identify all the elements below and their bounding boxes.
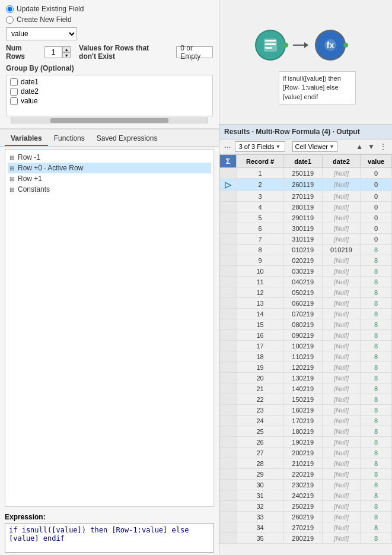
null-value: [Null]	[334, 449, 349, 456]
spinner-up[interactable]: ▲	[62, 46, 71, 52]
table-row[interactable]: 32250219[Null]8	[220, 501, 392, 512]
nav-up-icon[interactable]: ▲	[354, 142, 365, 151]
group-by-date1-label: date1	[21, 78, 39, 86]
table-row[interactable]: 34270219[Null]8	[220, 522, 392, 533]
num-rows-input[interactable]	[44, 46, 62, 58]
update-existing-row: Update Existing Field	[6, 5, 213, 13]
group-by-value-checkbox[interactable]	[10, 97, 18, 105]
table-row[interactable]: 21140219[Null]8	[220, 383, 392, 394]
table-row[interactable]: 6300119[Null]0	[220, 223, 392, 234]
date1-cell: 110219	[283, 351, 322, 362]
fields-caret-icon: ▼	[276, 144, 281, 150]
table-row[interactable]: 29220219[Null]8	[220, 469, 392, 480]
data-table-wrap[interactable]: Σ Record # date1 date2 value 1250119[Nul…	[219, 154, 392, 555]
row-selector-cell	[220, 480, 237, 490]
table-row[interactable]: 80102190102198	[220, 245, 392, 255]
table-row[interactable]: 31240219[Null]8	[220, 490, 392, 501]
table-row[interactable]: 35280219[Null]8	[220, 533, 392, 544]
date1-cell: 310119	[283, 234, 322, 245]
blue-node[interactable]: fx	[315, 30, 346, 61]
horizontal-scrollbar[interactable]	[11, 118, 208, 123]
table-row[interactable]: 30230219[Null]8	[220, 480, 392, 490]
tab-variables[interactable]: Variables	[5, 132, 48, 146]
cell-viewer-select[interactable]: Cell Viewer ▼	[292, 141, 337, 152]
group-by-date1-checkbox[interactable]	[10, 78, 18, 86]
date2-cell: [Null]	[322, 512, 361, 522]
expression-box[interactable]: if isnull([value]) then [Row-1:value] el…	[5, 523, 214, 553]
table-row[interactable]: 28210219[Null]8	[220, 458, 392, 469]
table-row[interactable]: 5290119[Null]0	[220, 213, 392, 223]
value-cell: 8	[361, 330, 392, 341]
table-row[interactable]: 1250119[Null]0	[220, 168, 392, 179]
update-existing-radio[interactable]	[6, 5, 14, 13]
fields-badge[interactable]: 3 of 3 Fields ▼	[235, 141, 285, 152]
value-cell: 8	[361, 426, 392, 437]
null-value: [Null]	[334, 524, 349, 531]
col-value: value	[361, 155, 392, 168]
date2-cell: [Null]	[322, 522, 361, 533]
table-row[interactable]: 9020219[Null]8	[220, 255, 392, 266]
table-row[interactable]: 15080219[Null]8	[220, 319, 392, 330]
teal-node-wrap	[255, 30, 286, 61]
date2-cell: [Null]	[322, 405, 361, 416]
table-row[interactable]: 20130219[Null]8	[220, 373, 392, 383]
tree-row-minus1[interactable]: ⊞ Row -1	[8, 152, 211, 163]
table-row[interactable]: 13060219[Null]8	[220, 298, 392, 309]
record-cell: 5	[237, 213, 283, 223]
row-selector-cell: ▷	[220, 179, 237, 191]
table-row[interactable]: 12050219[Null]8	[220, 287, 392, 298]
table-row[interactable]: 26190219[Null]8	[220, 437, 392, 448]
date2-cell: [Null]	[322, 330, 361, 341]
date2-cell: [Null]	[322, 168, 361, 179]
table-row[interactable]: 25180219[Null]8	[220, 426, 392, 437]
table-row[interactable]: 14070219[Null]8	[220, 309, 392, 319]
table-row[interactable]: 19120219[Null]8	[220, 362, 392, 373]
table-row[interactable]: ▷2260119[Null]0	[220, 179, 392, 191]
table-row[interactable]: 18110219[Null]8	[220, 351, 392, 362]
results-header: Results · Multi-Row Formula (4) · Output	[219, 125, 392, 139]
date1-cell: 180219	[283, 426, 322, 437]
record-cell: 2	[237, 179, 283, 191]
date2-cell: [Null]	[322, 341, 361, 351]
null-value: [Null]	[334, 214, 349, 221]
row-selector-cell	[220, 448, 237, 458]
more-options-icon[interactable]: ···	[223, 142, 232, 151]
table-row[interactable]: 4280119[Null]0	[220, 202, 392, 213]
date1-cell: 240219	[283, 490, 322, 501]
table-row[interactable]: 11040219[Null]8	[220, 277, 392, 287]
value-cell: 8	[361, 394, 392, 405]
table-row[interactable]: 7310119[Null]0	[220, 234, 392, 245]
table-row[interactable]: 33260219[Null]8	[220, 512, 392, 522]
field-dropdown-row: value date1 date2	[6, 27, 213, 40]
row-selector-cell	[220, 501, 237, 512]
row-selector-cell	[220, 469, 237, 480]
table-row[interactable]: 16090219[Null]8	[220, 330, 392, 341]
left-panel: Update Existing Field Create New Field v…	[0, 0, 219, 555]
table-row[interactable]: 22150219[Null]8	[220, 394, 392, 405]
cell-viewer-label: Cell Viewer	[295, 143, 328, 150]
table-row[interactable]: 10030219[Null]8	[220, 266, 392, 277]
record-cell: 13	[237, 298, 283, 309]
table-row[interactable]: 24170219[Null]8	[220, 416, 392, 426]
tree-row-plus1[interactable]: ⊞ Row +1	[8, 173, 211, 184]
expression-section: Expression: if isnull([value]) then [Row…	[0, 509, 219, 555]
date2-cell: [Null]	[322, 179, 361, 191]
nav-down-icon[interactable]: ▼	[366, 142, 377, 151]
create-new-radio[interactable]	[6, 16, 14, 24]
table-row[interactable]: 17100219[Null]8	[220, 341, 392, 351]
teal-node[interactable]	[255, 30, 286, 61]
table-row[interactable]: 23160219[Null]8	[220, 405, 392, 416]
group-by-date2-checkbox[interactable]	[10, 88, 18, 96]
nav-more-icon[interactable]: ⋮	[378, 142, 388, 151]
col-date1: date1	[283, 155, 322, 168]
tree-row-0[interactable]: ⊞ Row +0 · Active Row	[8, 163, 211, 173]
spinner-down[interactable]: ▼	[62, 52, 71, 58]
table-row[interactable]: 3270119[Null]0	[220, 191, 392, 202]
null-value: [Null]	[334, 471, 349, 478]
tab-saved-expressions[interactable]: Saved Expressions	[91, 132, 164, 146]
tab-functions[interactable]: Functions	[48, 132, 91, 146]
table-row[interactable]: 27200219[Null]8	[220, 448, 392, 458]
null-value: [Null]	[334, 460, 349, 467]
tree-constants[interactable]: ⊞ Constants	[8, 184, 211, 195]
field-select[interactable]: value date1 date2	[6, 27, 77, 40]
